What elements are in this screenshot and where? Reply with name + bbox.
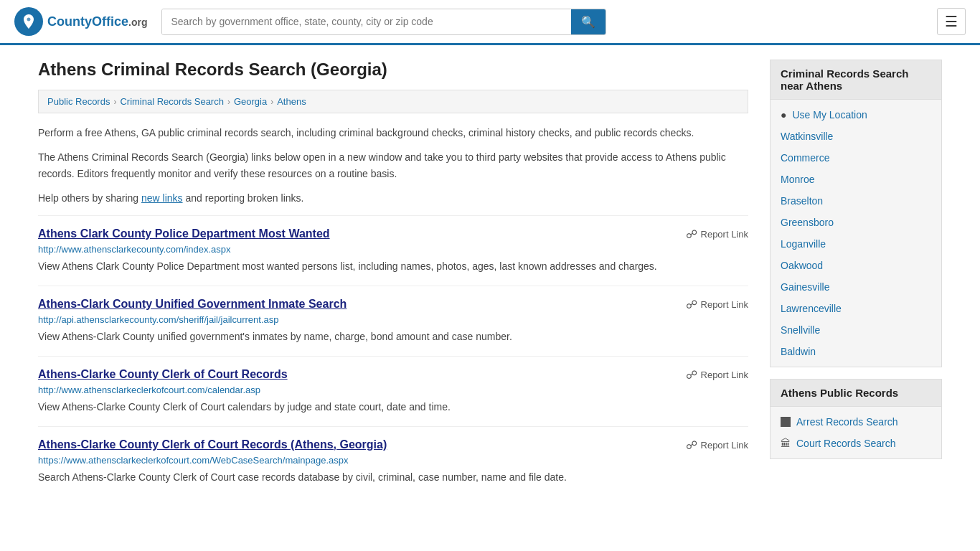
report-link[interactable]: ☍ Report Link: [686, 227, 748, 241]
new-links-link[interactable]: new links: [141, 192, 183, 204]
result-title[interactable]: Athens-Clarke County Clerk of Court Reco…: [38, 368, 288, 381]
public-records-label-0: Arrest Records Search: [796, 416, 898, 428]
desc3-pre: Help others by sharing: [38, 192, 141, 204]
nearby-section-title: Criminal Records Search near Athens: [771, 60, 941, 100]
result-header: Athens-Clarke County Clerk of Court Reco…: [38, 368, 748, 382]
result-url[interactable]: https://www.athensclarkeclerkofcourt.com…: [38, 455, 748, 466]
result-item: Athens-Clark County Unified Government I…: [38, 286, 748, 356]
nearby-link-6[interactable]: Oakwood: [771, 255, 941, 276]
public-records-section-body: Arrest Records Search 🏛 Court Records Se…: [771, 407, 941, 458]
menu-button[interactable]: ☰: [937, 8, 966, 35]
result-url[interactable]: http://www.athensclarkecounty.com/index.…: [38, 244, 748, 255]
header: CountyOffice.org 🔍 ☰: [0, 0, 980, 45]
nearby-link-8[interactable]: Lawrenceville: [771, 298, 941, 319]
breadcrumb-link-public-records[interactable]: Public Records: [47, 96, 110, 107]
breadcrumb-sep-3: ›: [270, 97, 273, 107]
nearby-link-9[interactable]: Snellville: [771, 319, 941, 341]
search-icon: 🔍: [581, 16, 595, 28]
report-icon: ☍: [686, 438, 697, 452]
nearby-link-4[interactable]: Greensboro: [771, 212, 941, 233]
public-records-section-title: Athens Public Records: [771, 380, 941, 407]
nearby-link-10[interactable]: Baldwin: [771, 341, 941, 362]
search-button[interactable]: 🔍: [571, 9, 606, 34]
logo-county: County: [47, 14, 92, 29]
breadcrumb-sep-2: ›: [227, 97, 230, 107]
report-link[interactable]: ☍ Report Link: [686, 438, 748, 452]
logo-text: CountyOffice.org: [47, 14, 147, 29]
square-icon: [781, 417, 791, 427]
public-records-link-0[interactable]: Arrest Records Search: [771, 411, 941, 433]
report-icon: ☍: [686, 227, 697, 241]
description-2: The Athens Criminal Records Search (Geor…: [38, 149, 748, 182]
breadcrumb-link-criminal[interactable]: Criminal Records Search: [120, 96, 224, 107]
result-item: Athens Clark County Police Department Mo…: [38, 215, 748, 286]
result-header: Athens Clark County Police Department Mo…: [38, 227, 748, 241]
result-desc: View Athens Clark County Police Departme…: [38, 259, 748, 274]
report-icon: ☍: [686, 368, 697, 382]
logo-office: Office: [92, 14, 128, 29]
public-records-link-1[interactable]: 🏛 Court Records Search: [771, 433, 941, 454]
nearby-section-body: ● Use My Location Watkinsville Commerce …: [771, 100, 941, 367]
breadcrumb-sep-1: ›: [113, 97, 116, 107]
search-bar: 🔍: [161, 9, 606, 35]
result-title[interactable]: Athens-Clarke County Clerk of Court Reco…: [38, 438, 387, 451]
desc3-post: and reporting broken links.: [183, 192, 304, 204]
main-container: Athens Criminal Records Search (Georgia)…: [24, 45, 956, 511]
nearby-link-3[interactable]: Braselton: [771, 190, 941, 212]
logo-area: CountyOffice.org: [14, 7, 147, 36]
page-title: Athens Criminal Records Search (Georgia): [38, 60, 748, 80]
breadcrumb-link-athens[interactable]: Athens: [277, 96, 306, 107]
result-header: Athens-Clark County Unified Government I…: [38, 298, 748, 311]
report-icon: ☍: [686, 298, 697, 311]
description-3: Help others by sharing new links and rep…: [38, 190, 748, 206]
public-records-label-1: Court Records Search: [796, 438, 896, 449]
results-list: Athens Clark County Police Department Mo…: [38, 215, 748, 496]
content: Athens Criminal Records Search (Georgia)…: [38, 60, 748, 496]
report-label: Report Link: [701, 369, 748, 380]
nearby-link-5[interactable]: Loganville: [771, 233, 941, 255]
search-input[interactable]: [162, 9, 571, 34]
report-label: Report Link: [701, 440, 748, 451]
result-desc: View Athens-Clarke County Clerk of Court…: [38, 400, 748, 415]
result-item: Athens-Clarke County Clerk of Court Reco…: [38, 356, 748, 426]
breadcrumb-link-georgia[interactable]: Georgia: [234, 96, 267, 107]
sidebar: Criminal Records Search near Athens ● Us…: [770, 60, 942, 496]
logo-icon: [14, 7, 43, 36]
nearby-link-2[interactable]: Monroe: [771, 169, 941, 190]
report-link[interactable]: ☍ Report Link: [686, 368, 748, 382]
nearby-link-7[interactable]: Gainesville: [771, 276, 941, 298]
use-my-location-link[interactable]: ● Use My Location: [771, 104, 941, 126]
result-item: Athens-Clarke County Clerk of Court Reco…: [38, 426, 748, 496]
result-desc: Search Athens-Clarke County Clerk of Cou…: [38, 470, 748, 485]
result-title[interactable]: Athens-Clark County Unified Government I…: [38, 298, 347, 311]
logo-domain: .org: [128, 17, 147, 28]
building-icon: 🏛: [781, 438, 791, 449]
hamburger-icon: ☰: [945, 14, 958, 29]
use-my-location-label: Use My Location: [792, 109, 867, 121]
result-title[interactable]: Athens Clark County Police Department Mo…: [38, 227, 330, 240]
result-desc: View Athens-Clark County unified governm…: [38, 329, 748, 344]
report-label: Report Link: [701, 229, 748, 240]
description-1: Perform a free Athens, GA public crimina…: [38, 125, 748, 141]
breadcrumb: Public Records › Criminal Records Search…: [38, 90, 748, 113]
location-icon: ●: [781, 109, 786, 121]
public-records-section: Athens Public Records Arrest Records Sea…: [770, 379, 942, 459]
result-header: Athens-Clarke County Clerk of Court Reco…: [38, 438, 748, 452]
report-link[interactable]: ☍ Report Link: [686, 298, 748, 311]
result-url[interactable]: http://www.athensclarkeclerkofcourt.com/…: [38, 385, 748, 395]
nearby-link-0[interactable]: Watkinsville: [771, 126, 941, 147]
nearby-link-1[interactable]: Commerce: [771, 147, 941, 169]
result-url[interactable]: http://api.athensclarkecounty.com/sherif…: [38, 314, 748, 325]
nearby-section: Criminal Records Search near Athens ● Us…: [770, 60, 942, 367]
report-label: Report Link: [701, 299, 748, 310]
